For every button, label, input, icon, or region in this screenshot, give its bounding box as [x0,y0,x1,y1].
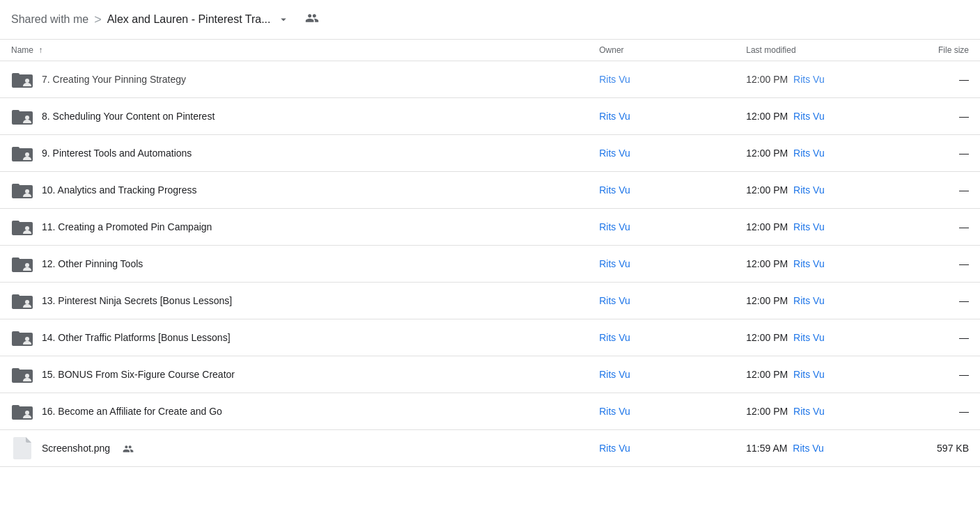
table-row[interactable]: 7. Creating Your Pinning Strategy Rits V… [0,61,980,98]
file-name: 15. BONUS From Six-Figure Course Creator [42,369,235,380]
size-cell: 597 KB [882,430,980,467]
folder-shared-icon[interactable] [302,8,322,31]
modified-by-link[interactable]: Rits Vu [793,184,825,196]
table-row[interactable]: 8. Scheduling Your Content on Pinterest … [0,98,980,135]
owner-link[interactable]: Rits Vu [599,443,630,454]
modified-cell: 12:00 PM Rits Vu [735,283,882,319]
file-name: 11. Creating a Promoted Pin Campaign [42,221,212,232]
modified-by-link[interactable]: Rits Vu [793,221,825,232]
table-row[interactable]: 13. Pinterest Ninja Secrets [Bonus Lesso… [0,283,980,319]
svg-point-27 [25,300,29,304]
table-row[interactable]: 9. Pinterest Tools and Automations Rits … [0,135,980,172]
svg-point-31 [25,337,29,341]
owner-link[interactable]: Rits Vu [599,295,630,306]
column-header-file-size[interactable]: File size [882,40,980,61]
modified-by-link[interactable]: Rits Vu [793,369,825,380]
modified-by-link[interactable]: Rits Vu [793,406,825,417]
svg-point-35 [25,374,29,378]
folder-icon [11,326,33,349]
size-cell: — [882,356,980,393]
table-header-row: Name ↑ Owner Last modified File size [0,40,980,61]
folder-icon [11,290,33,312]
modified-cell: 12:00 PM Rits Vu [735,172,882,209]
owner-link[interactable]: Rits Vu [599,369,630,380]
owner-link[interactable]: Rits Vu [599,221,630,232]
svg-point-39 [25,411,29,415]
owner-cell[interactable]: Rits Vu [588,209,735,246]
modified-by-link[interactable]: Rits Vu [793,295,825,306]
table-row[interactable]: Screenshot.png Rits Vu11:59 AM Rits Vu59… [0,430,980,467]
owner-link[interactable]: Rits Vu [599,184,630,196]
name-cell: 16. Become an Affiliate for Create and G… [0,393,588,430]
breadcrumb-separator-1: > [94,13,102,27]
svg-rect-18 [12,221,20,225]
table-row[interactable]: 15. BONUS From Six-Figure Course Creator… [0,356,980,393]
size-cell: — [882,135,980,172]
name-cell: 10. Analytics and Tracking Progress [0,172,588,209]
modified-by-link[interactable]: Rits Vu [793,443,824,454]
table-row[interactable]: 12. Other Pinning Tools Rits Vu12:00 PM … [0,246,980,283]
owner-link[interactable]: Rits Vu [599,111,630,122]
owner-cell[interactable]: Rits Vu [588,172,735,209]
owner-cell[interactable]: Rits Vu [588,98,735,135]
svg-rect-14 [12,184,20,189]
modified-by-link[interactable]: Rits Vu [793,148,825,159]
svg-rect-2 [12,73,20,78]
owner-cell[interactable]: Rits Vu [588,356,735,393]
owner-cell[interactable]: Rits Vu [588,393,735,430]
folder-icon [11,363,33,386]
table-row[interactable]: 11. Creating a Promoted Pin Campaign Rit… [0,209,980,246]
svg-point-15 [25,189,29,193]
breadcrumb-shared-with-me[interactable]: Shared with me [11,13,88,26]
table-row[interactable]: 16. Become an Affiliate for Create and G… [0,393,980,430]
modified-cell: 12:00 PM Rits Vu [735,356,882,393]
owner-cell[interactable]: Rits Vu [588,135,735,172]
file-name: 13. Pinterest Ninja Secrets [Bonus Lesso… [42,295,232,306]
size-cell: — [882,393,980,430]
owner-link[interactable]: Rits Vu [599,148,630,159]
svg-rect-22 [12,258,20,262]
folder-icon [11,68,33,90]
modified-cell: 12:00 PM Rits Vu [735,319,882,356]
owner-cell[interactable]: Rits Vu [588,61,735,98]
owner-cell[interactable]: Rits Vu [588,283,735,319]
people-icon [305,11,319,25]
name-cell: 14. Other Traffic Platforms [Bonus Lesso… [0,319,588,356]
table-row[interactable]: 14. Other Traffic Platforms [Bonus Lesso… [0,319,980,356]
size-cell: — [882,61,980,98]
owner-cell[interactable]: Rits Vu [588,319,735,356]
file-name: 16. Become an Affiliate for Create and G… [42,406,222,417]
breadcrumb-dropdown-button[interactable] [274,10,293,29]
svg-point-3 [25,79,29,83]
modified-cell: 12:00 PM Rits Vu [735,246,882,283]
name-cell: Screenshot.png [0,430,588,467]
owner-cell[interactable]: Rits Vu [588,430,735,467]
file-name: 7. Creating Your Pinning Strategy [42,74,186,85]
modified-by-link[interactable]: Rits Vu [793,258,825,269]
column-header-last-modified[interactable]: Last modified [735,40,882,61]
svg-point-11 [25,152,29,157]
svg-point-23 [25,263,29,267]
owner-cell[interactable]: Rits Vu [588,246,735,283]
folder-icon [11,142,33,164]
svg-rect-34 [12,368,20,373]
file-name: 10. Analytics and Tracking Progress [42,184,197,196]
column-header-name[interactable]: Name ↑ [0,40,588,61]
file-shared-icon [123,442,134,454]
owner-link[interactable]: Rits Vu [599,406,630,417]
name-cell: 13. Pinterest Ninja Secrets [Bonus Lesso… [0,283,588,319]
owner-link[interactable]: Rits Vu [599,332,630,343]
file-name: Screenshot.png [42,443,110,454]
size-cell: — [882,283,980,319]
modified-by-link[interactable]: Rits Vu [793,111,825,122]
svg-point-7 [25,116,29,120]
modified-by-link[interactable]: Rits Vu [793,332,825,343]
column-header-owner[interactable]: Owner [588,40,735,61]
owner-link[interactable]: Rits Vu [599,258,630,269]
chevron-down-icon [277,13,290,26]
name-cell: 11. Creating a Promoted Pin Campaign [0,209,588,246]
table-row[interactable]: 10. Analytics and Tracking Progress Rits… [0,172,980,209]
modified-by-link[interactable]: Rits Vu [793,74,825,85]
owner-link[interactable]: Rits Vu [599,74,630,85]
svg-rect-6 [12,110,20,115]
